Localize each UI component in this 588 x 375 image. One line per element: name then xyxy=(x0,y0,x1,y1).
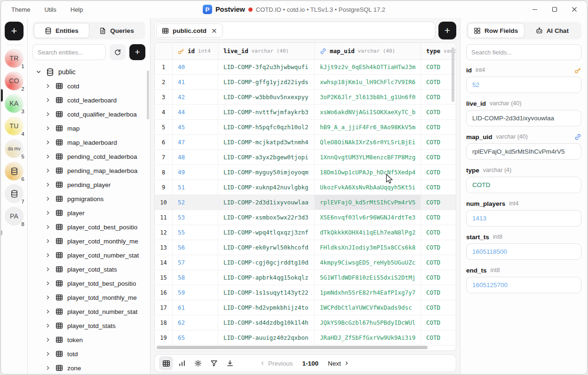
connection-avatar[interactable]: KA 3 xyxy=(5,94,24,113)
table-node[interactable]: zone xyxy=(32,361,145,375)
close-button[interactable] xyxy=(566,3,582,16)
cell-map-uid[interactable]: UkozFvkA6XsNvRbAaUqqyh5Kt5i xyxy=(315,180,421,195)
cell-map-uid[interactable]: 1XnnQvgtUM3YLM8enzcBF7P8Mzg xyxy=(315,150,421,164)
menu-item[interactable]: Help xyxy=(67,4,87,15)
cell-type[interactable]: COTD xyxy=(421,240,456,255)
table-horizontal-scrollbar[interactable] xyxy=(157,346,428,349)
table-row[interactable]: 12 55 LID-COMP-wpq4tlqxqzj3znf dTkQkkkKO… xyxy=(155,225,456,240)
cell-map-uid[interactable]: 1pmNdxhn5SrE82rh4EafPIxg7y7 xyxy=(315,285,421,300)
table-row[interactable]: 9 51 LID-COMP-xuknp42nuvlgbkg UkozFvkA6X… xyxy=(155,180,456,195)
cell-type[interactable]: COTD xyxy=(421,330,456,345)
row-number-cell[interactable]: 19 xyxy=(155,330,173,345)
chevron-right-icon[interactable] xyxy=(45,351,51,357)
table-row[interactable]: 4 44 LID-COMP-nvttfwjmfaykrb3 xsWo6akdNV… xyxy=(155,105,456,120)
cell-live-id[interactable]: LID-COMP-a3yx2bgew0tjopi xyxy=(218,150,315,164)
chevron-right-icon[interactable] xyxy=(45,322,51,329)
cell-id[interactable]: 52 xyxy=(173,195,218,210)
row-number-cell[interactable]: 5 xyxy=(155,120,173,134)
cell-live-id[interactable]: LID-COMP-xsmbox5wx22r3d3 xyxy=(218,210,315,225)
cell-type[interactable]: COTD xyxy=(421,120,456,134)
tab-queries[interactable]: Queries xyxy=(89,23,144,38)
chevron-right-icon[interactable] xyxy=(45,195,51,202)
cell-live-id[interactable]: LID-COMP-myguy50imjoyoqm xyxy=(218,165,315,180)
table-row[interactable]: 5 45 LID-COMP-h5pqfc0qzh10ol2 hB9_A_a_jj… xyxy=(155,120,456,135)
table-row[interactable]: 19 65 LID-COMP-auuigz40z2qxbon JRaHDJ_Zf… xyxy=(155,330,456,345)
table-row[interactable]: 17 61 LID-COMP-hd2vpmkbhijz4to IWCPdbCtl… xyxy=(155,300,456,315)
chevron-right-icon[interactable] xyxy=(45,97,51,103)
grid-view-button[interactable] xyxy=(159,356,173,370)
cell-map-uid[interactable]: 5G1WTldWDF810zEiS5dxiS2DtMj xyxy=(315,270,421,285)
row-number-cell[interactable]: 18 xyxy=(155,315,173,330)
cell-id[interactable]: 53 xyxy=(173,210,218,225)
cell-id[interactable]: 48 xyxy=(173,150,218,164)
row-number-cell[interactable]: 6 xyxy=(155,135,173,149)
connection-avatar[interactable]: TU 4 xyxy=(5,117,24,135)
cell-live-id[interactable]: LID-COMP-apbrk4qg15okqlz xyxy=(218,270,315,285)
row-number-cell[interactable]: 8 xyxy=(155,165,173,180)
column-header-map-uid[interactable]: map_uid varchar (40) xyxy=(315,43,421,59)
field-value-input[interactable]: rplEVFajO_kd5rMtSIhCvPm4rV5 xyxy=(466,143,581,160)
search-fields-input[interactable] xyxy=(466,44,581,60)
table-node[interactable]: cotd_leaderboard xyxy=(32,93,145,107)
row-number-cell[interactable]: 3 xyxy=(155,90,173,104)
filter-button[interactable] xyxy=(207,356,221,370)
cell-type[interactable]: COTD xyxy=(421,285,456,300)
cell-live-id[interactable]: LID-COMP-w3bb0uv5nxexpyy xyxy=(218,90,315,104)
table-row[interactable]: 7 48 LID-COMP-a3yx2bgew0tjopi 1XnnQvgtUM… xyxy=(155,150,456,165)
row-number-cell[interactable]: 14 xyxy=(155,255,173,270)
cell-map-uid[interactable]: 3oP2K6Jlr_3l613b8h1_g1Un6f0 xyxy=(315,90,421,104)
column-header-live-id[interactable]: live_id varchar (40) xyxy=(218,43,315,59)
cell-live-id[interactable]: LID-COMP-ek0yrwl50khcofd xyxy=(218,240,315,255)
cell-id[interactable]: 56 xyxy=(173,240,218,255)
table-row[interactable]: 6 47 LID-COMP-mcjkatpd3wtnmh4 QleO8OiNAk… xyxy=(155,135,456,150)
cell-map-uid[interactable]: dTkQkkkKOHX4i1qELh7eaN8lPg2 xyxy=(315,225,421,240)
table-row[interactable]: 16 59 LID-COMP-1s1suqyt143yt22 1pmNdxhn5… xyxy=(155,285,456,300)
table-vertical-scrollbar[interactable] xyxy=(452,47,454,102)
table-node[interactable]: totd xyxy=(32,347,145,361)
tab-public-cotd[interactable]: public.cotd ✕ xyxy=(156,23,223,38)
field-value-input[interactable]: 1413 xyxy=(466,210,581,227)
cell-type[interactable]: COTD xyxy=(421,90,456,104)
chevron-right-icon[interactable] xyxy=(45,336,51,343)
connection-avatar[interactable]: CO 2 xyxy=(5,71,24,90)
cell-id[interactable]: 47 xyxy=(173,135,218,149)
chevron-right-icon[interactable] xyxy=(45,252,51,258)
cell-map-uid[interactable]: xsWo6akdNVjAGiISOKXaeXyTC_b xyxy=(315,105,421,119)
cell-type[interactable]: COTD xyxy=(421,225,456,240)
field-value-input[interactable]: 1605118500 xyxy=(466,243,581,260)
table-row[interactable]: 10 52 LID-COMP-2d3d1ixyvouwlaa rplEVFajO… xyxy=(155,195,456,210)
field-value-input[interactable]: LID-COMP-2d3d1ixyvouwlaa xyxy=(466,110,581,126)
connection-avatar[interactable]: 7 xyxy=(5,184,24,203)
cell-live-id[interactable]: LID-COMP-mcjkatpd3wtnmh4 xyxy=(218,135,315,149)
tab-row-fields[interactable]: Row Fields xyxy=(468,23,524,38)
table-node[interactable]: pending_player xyxy=(32,178,145,192)
cell-id[interactable]: 59 xyxy=(173,285,218,300)
refresh-entities-button[interactable] xyxy=(110,44,126,60)
entities-scrollbar[interactable] xyxy=(147,70,149,119)
cell-live-id[interactable]: LID-COMP-h5pqfc0qzh10ol2 xyxy=(218,120,315,134)
column-header-id[interactable]: id int4 xyxy=(173,43,218,59)
settings-button[interactable] xyxy=(191,356,205,370)
table-row[interactable]: 3 42 LID-COMP-w3bb0uv5nxexpyy 3oP2K6Jlr_… xyxy=(155,90,456,105)
new-tab-button[interactable]: + xyxy=(438,22,456,39)
cell-map-uid[interactable]: rplEVFajO_kd5rMtSIhCvPm4rV5 xyxy=(315,195,421,210)
table-node[interactable]: player_totd_best_positio xyxy=(32,276,145,290)
chart-view-button[interactable] xyxy=(175,356,189,370)
cell-type[interactable]: COTD xyxy=(421,135,456,149)
close-tab-icon[interactable]: ✕ xyxy=(211,27,217,34)
maximize-button[interactable] xyxy=(547,3,563,16)
row-number-cell[interactable]: 2 xyxy=(155,75,173,89)
chevron-right-icon[interactable] xyxy=(45,181,51,188)
table-node[interactable]: player_totd_stats xyxy=(32,319,145,333)
cell-id[interactable]: 65 xyxy=(173,330,218,345)
chevron-right-icon[interactable] xyxy=(45,139,51,146)
table-node[interactable]: player_totd_number_stat xyxy=(32,305,145,319)
cell-type[interactable]: COTD xyxy=(421,270,456,285)
cell-id[interactable]: 57 xyxy=(173,255,218,270)
table-row[interactable]: 8 49 LID-COMP-myguy50imjoyoqm 18Dm1Owp1c… xyxy=(155,165,456,180)
cell-live-id[interactable]: LID-COMP-nvttfwjmfaykrb3 xyxy=(218,105,315,119)
cell-type[interactable]: COTD xyxy=(421,255,456,270)
previous-page-button[interactable]: Previous xyxy=(260,360,293,367)
table-row[interactable]: 15 58 LID-COMP-apbrk4qg15okqlz 5G1WTldWD… xyxy=(155,270,456,285)
menu-item[interactable]: Utils xyxy=(40,4,60,15)
